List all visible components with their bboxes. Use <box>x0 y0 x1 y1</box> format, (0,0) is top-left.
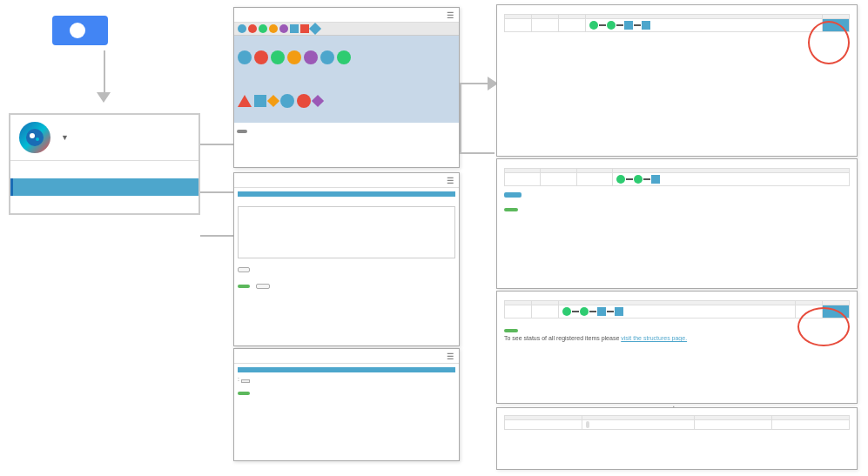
row3-status <box>796 305 823 318</box>
submissions-table <box>504 415 850 430</box>
file-upload-panel: ☰ : <box>233 348 460 461</box>
graphic-register-button[interactable] <box>237 130 247 133</box>
canvas-circle-4[interactable] <box>287 50 301 64</box>
sidebar-item-text[interactable] <box>10 178 198 196</box>
canvas-circle-7[interactable] <box>337 50 351 64</box>
file-panel-title: ☰ <box>234 349 459 364</box>
sidebar-item-graphic[interactable] <box>10 161 198 178</box>
svg-point-0 <box>26 129 44 146</box>
sidebar-item-file[interactable] <box>10 196 198 213</box>
graphic-canvas <box>234 36 459 123</box>
toolbar-triangle-red[interactable] <box>300 24 309 33</box>
row2-num <box>505 173 541 186</box>
canvas-diamond-2[interactable] <box>312 95 324 107</box>
arrow-line-g <box>200 144 235 145</box>
left-panel: ▼ <box>9 113 200 215</box>
row2-image <box>613 173 850 186</box>
row-image <box>585 19 822 32</box>
google-icon <box>70 23 85 38</box>
toolbar-circle-green[interactable] <box>259 24 267 33</box>
canvas-diamond[interactable] <box>267 95 279 107</box>
arrow-line-r1 <box>460 83 461 152</box>
canvas-triangle[interactable] <box>238 95 252 107</box>
panel-header: ▼ <box>10 115 198 161</box>
canvas-circle-5[interactable] <box>304 50 318 64</box>
arrow-line-1 <box>104 50 105 94</box>
toolbar-circle-orange[interactable] <box>269 24 278 33</box>
download-button-3[interactable] <box>504 329 518 332</box>
row-accession <box>822 19 849 32</box>
sub-row-ref[interactable] <box>505 420 582 430</box>
sub-row-desc-badge <box>586 421 589 428</box>
toolbar-circle-blue[interactable] <box>238 24 246 33</box>
menu-icon: ☰ <box>447 11 454 20</box>
sequence-textarea[interactable] <box>238 206 455 258</box>
file-alert-box <box>238 367 455 372</box>
registration-confirmation-1 <box>496 4 858 157</box>
toolbar-circle-red[interactable] <box>248 24 257 33</box>
reg-confirm-1-table <box>504 14 850 32</box>
reg-confirm-2-table <box>504 168 850 186</box>
arrow-line-f <box>200 235 235 237</box>
complete-reg-footer: To see status of all registered items pl… <box>504 335 850 341</box>
table-row <box>505 19 850 32</box>
canvas-circle-3[interactable] <box>271 50 285 64</box>
canvas-circle-1[interactable] <box>238 50 252 64</box>
arrow-down-1 <box>97 92 111 103</box>
canvas-circle-9[interactable] <box>297 94 311 108</box>
row3-ref <box>822 305 849 318</box>
submit-confirm-button[interactable] <box>504 192 521 198</box>
add-another-button[interactable] <box>238 267 250 272</box>
arrow-line-r3 <box>460 152 495 154</box>
file-submit-button[interactable] <box>238 392 250 395</box>
text-panel-title: ☰ <box>234 173 459 188</box>
svg-point-2 <box>36 137 39 141</box>
text-panel-body <box>234 188 459 292</box>
canvas-circle-2[interactable] <box>254 50 268 64</box>
toolbar-diamond[interactable] <box>309 23 321 35</box>
structures-link[interactable]: visit the structures page. <box>621 335 687 341</box>
row2-orig <box>541 173 576 186</box>
choose-file-button[interactable] <box>241 379 250 383</box>
table-row <box>505 305 850 318</box>
row3-num <box>505 305 532 318</box>
text-input-panel: ☰ <box>233 172 460 346</box>
file-input-row: : <box>238 376 455 383</box>
text-submit-button[interactable] <box>238 285 250 288</box>
signin-button[interactable] <box>52 16 108 45</box>
submissions-panel <box>496 407 858 470</box>
text-clear-button[interactable] <box>256 284 270 289</box>
sub-row-date <box>694 420 771 430</box>
registration-confirmation-2 <box>496 158 858 289</box>
download-button-2[interactable] <box>504 208 518 211</box>
graphic-toolbar <box>234 23 459 36</box>
row2-struct <box>576 173 612 186</box>
row-orig-seq <box>531 19 558 32</box>
row3-struct <box>531 305 558 318</box>
graphic-panel-title: ☰ <box>234 8 459 23</box>
toolbar-square-blue[interactable] <box>290 24 299 33</box>
text-menu-icon: ☰ <box>447 177 454 185</box>
table-row <box>505 420 850 430</box>
table-row <box>505 173 850 186</box>
svg-point-1 <box>30 133 35 138</box>
canvas-circle-6[interactable] <box>320 50 334 64</box>
toolbar-circle-purple[interactable] <box>279 24 288 33</box>
complete-reg-table <box>504 300 850 318</box>
sub-row-struct <box>582 420 695 430</box>
complete-registration: To see status of all registered items pl… <box>496 291 858 404</box>
row-num <box>505 19 532 32</box>
canvas-square[interactable] <box>254 95 266 107</box>
canvas-circle-8[interactable] <box>280 94 294 108</box>
file-panel-body: : <box>234 364 459 399</box>
registration-dropdown[interactable]: ▼ <box>57 133 69 142</box>
arrow-line-t <box>200 191 235 193</box>
row3-image <box>558 305 795 318</box>
file-menu-icon: ☰ <box>447 352 454 361</box>
logo-icon <box>19 122 50 153</box>
graphic-input-panel: ☰ <box>233 7 460 168</box>
row-seq <box>558 19 585 32</box>
sub-row-status <box>771 420 849 430</box>
chevron-down-icon: ▼ <box>61 133 69 142</box>
text-alert-box <box>238 191 455 197</box>
